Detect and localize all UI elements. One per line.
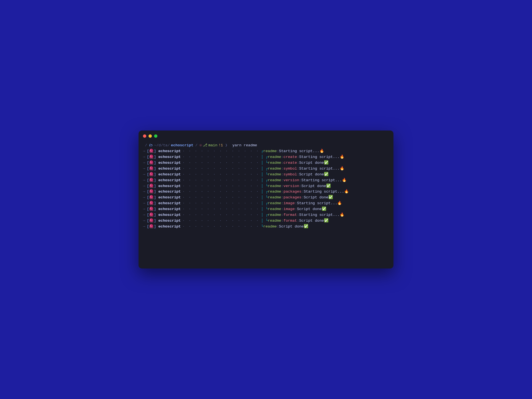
maximize-icon[interactable]	[154, 134, 157, 138]
subscript-name: version	[283, 178, 299, 183]
log-line: →[🧶] echoscript· · · · · · · · · · · · ·…	[143, 201, 389, 206]
dots-filler: · · · · · · · · · · · · ·	[182, 201, 259, 206]
status-emoji-icon: 🔥	[337, 201, 342, 206]
log-line: →[🧶] echoscript· · · · · · · · · · · · ·…	[143, 154, 389, 160]
message-text: Script done	[297, 206, 322, 212]
arrow-icon: →	[143, 201, 145, 205]
log-line: →[🧶] echoscript· · · · · · · · · · · · ·…	[143, 166, 389, 172]
scope-label: echoscript	[158, 149, 181, 153]
bracket: ]	[154, 167, 156, 171]
arrow-icon: →	[143, 190, 145, 194]
subscript-name: symbol	[283, 166, 297, 172]
log-line: →[🧶] echoscript· · · · · · · · · · · · ·…	[143, 218, 389, 224]
minimize-icon[interactable]	[149, 134, 152, 138]
script-name: readme	[268, 201, 281, 206]
arrow-icon: →	[143, 178, 145, 182]
yarn-icon: 🧶	[149, 178, 154, 182]
dots-filler: · · · · · · · · · · · · ·	[182, 154, 259, 160]
log-message: │ └ readme:symbol: Script done✅	[261, 172, 329, 178]
status-emoji-icon: 🔥	[342, 178, 347, 183]
bracket: [	[147, 195, 149, 200]
status-emoji-icon: 🔥	[340, 212, 344, 218]
scope-label: echoscript	[158, 207, 181, 211]
scope-label: echoscript	[158, 224, 181, 229]
message-text: Script done	[299, 160, 324, 166]
prompt-line: / 🗁 ~/d/ta/echoscript / ☉ ⎇ main !1 ❯ ya…	[143, 143, 389, 149]
bracket: [	[147, 149, 149, 153]
bracket: [	[147, 178, 149, 182]
arrow-icon: →	[143, 149, 145, 153]
branch-icon: ⎇	[203, 143, 207, 149]
scope-label: echoscript	[158, 219, 181, 223]
subscript-name: create	[283, 160, 297, 166]
arrow-icon: →	[143, 161, 145, 165]
bracket: [	[147, 184, 149, 188]
dots-filler: · · · · · · · · · · · · ·	[182, 195, 259, 201]
script-name: readme	[268, 154, 281, 160]
script-name: readme	[263, 224, 277, 230]
close-icon[interactable]	[143, 134, 146, 138]
message-text: Script done	[299, 172, 324, 178]
log-message: │ └ readme:version: Script done✅	[261, 183, 331, 189]
yarn-icon: 🧶	[149, 149, 154, 153]
subscript-name: image	[283, 201, 295, 206]
log-message: │ ┌ readme:create: Starting script...🔥	[261, 154, 344, 160]
arrow-icon: →	[143, 167, 145, 171]
arrow-icon: →	[143, 207, 145, 211]
log-line: →[🧶] echoscript· · · · · · · · · · · · ·…	[143, 195, 389, 201]
log-line: →[🧶] echoscript· · · · · · · · · · · · ·…	[143, 189, 389, 195]
bracket: [	[147, 172, 149, 177]
bracket: ]	[154, 195, 156, 200]
scope-label: echoscript	[158, 213, 181, 217]
log-line: →[🧶] echoscript· · · · · · · · · · · · ·…	[143, 160, 389, 166]
bracket: ]	[154, 184, 156, 188]
log-line: →[🧶] echoscript· · · · · · · · · · · · ·…	[143, 172, 389, 178]
scope-label: echoscript	[158, 161, 181, 165]
tree-branch-icon: │ └	[261, 183, 268, 189]
subscript-name: format	[283, 218, 297, 224]
dots-filler: · · · · · · · · · · · · ·	[182, 183, 259, 189]
bracket: [	[147, 167, 149, 171]
script-name: readme	[268, 195, 281, 201]
separator: /	[145, 143, 147, 149]
bracket: ]	[154, 201, 156, 205]
tree-branch-icon: │ └	[261, 195, 268, 201]
yarn-icon: 🧶	[149, 201, 154, 205]
dots-filler: · · · · · · · · · · · · ·	[182, 224, 259, 230]
log-line: →[🧶] echoscript· · · · · · · · · · · · ·…	[143, 149, 389, 154]
log-message: │ └ readme:format: Script done✅	[261, 218, 329, 224]
dots-filler: · · · · · · · · · · · · ·	[182, 189, 259, 195]
scope-label: echoscript	[158, 201, 181, 205]
arrow-icon: →	[143, 213, 145, 217]
command-text: yarn readme	[232, 143, 257, 149]
branch-name: main	[208, 143, 217, 149]
log-message: │ └ readme:packages: Script done✅	[261, 195, 333, 201]
subscript-name: version	[283, 183, 299, 189]
tree-branch-icon: │ ┌	[261, 166, 268, 172]
yarn-icon: 🧶	[149, 172, 154, 177]
dots-filler: · · · · · · · · · · · · ·	[182, 212, 259, 218]
bracket: [	[147, 213, 149, 217]
script-name: readme	[268, 212, 281, 218]
bracket: ]	[154, 149, 156, 153]
tree-branch-icon: │ └	[261, 160, 268, 166]
log-line: →[🧶] echoscript· · · · · · · · · · · · ·…	[143, 224, 389, 230]
script-name: readme	[263, 149, 277, 154]
script-name: readme	[268, 166, 281, 172]
status-emoji-icon: ✅	[304, 224, 308, 230]
dots-filler: · · · · · · · · · · · · ·	[182, 218, 259, 224]
bracket: ]	[154, 213, 156, 217]
scope-label: echoscript	[158, 178, 181, 182]
scope-label: echoscript	[158, 172, 181, 177]
status-emoji-icon: ✅	[322, 206, 326, 212]
terminal-window: / 🗁 ~/d/ta/echoscript / ☉ ⎇ main !1 ❯ ya…	[139, 131, 393, 268]
script-name: readme	[268, 160, 281, 166]
terminal-content[interactable]: / 🗁 ~/d/ta/echoscript / ☉ ⎇ main !1 ❯ ya…	[139, 140, 393, 268]
log-message: │ ┌ readme:image: Starting script...🔥	[261, 201, 342, 206]
status-emoji-icon: 🔥	[340, 166, 344, 172]
yarn-icon: 🧶	[149, 213, 154, 217]
script-name: readme	[268, 172, 281, 178]
script-name: readme	[268, 178, 281, 183]
bracket: [	[147, 219, 149, 223]
arrow-icon: →	[143, 224, 145, 229]
